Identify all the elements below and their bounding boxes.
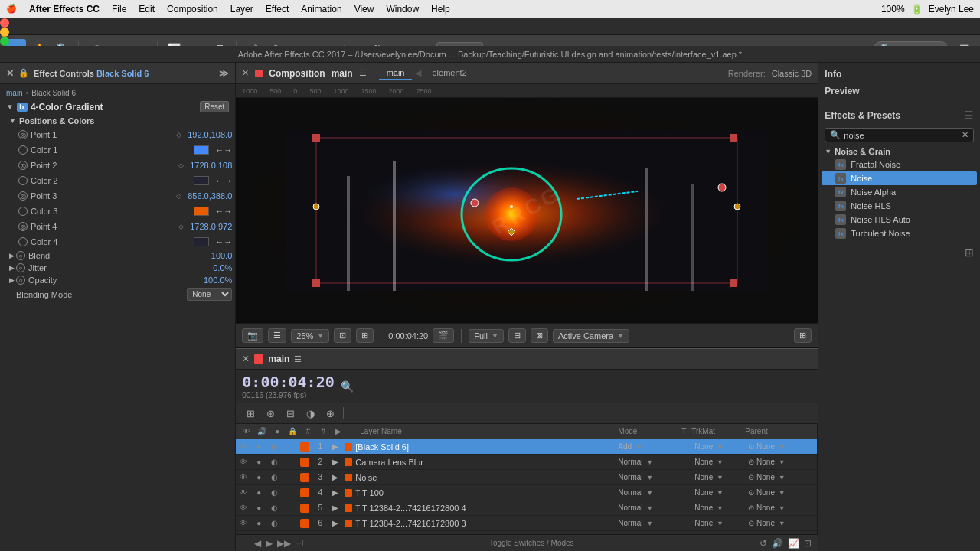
layer-3-parent[interactable]: ⊙ None ▼	[748, 473, 817, 481]
noise-alpha-item[interactable]: fx Noise Alpha	[822, 185, 977, 199]
layer-2-trkmat[interactable]: None ▼	[694, 458, 748, 466]
layer-4-solo[interactable]: ◐	[266, 488, 282, 497]
blending-mode-select[interactable]: None Normal Add	[187, 288, 232, 301]
color-2-arrows[interactable]: ←→	[215, 176, 232, 185]
timeline-menu-button[interactable]: ☰	[294, 354, 302, 364]
layer-row-2[interactable]: 👁 ● ◐ 2 ▶ Camera Lens Blur Normal ▼ None…	[236, 455, 817, 470]
layer-2-solo[interactable]: ◐	[266, 458, 282, 466]
menu-animation[interactable]: Animation	[301, 4, 341, 15]
minimize-window-button[interactable]	[0, 28, 9, 37]
layer-6-trkmat[interactable]: None ▼	[694, 519, 748, 527]
maximize-window-button[interactable]	[0, 37, 9, 46]
turbulent-noise-item[interactable]: fx Turbulent Noise	[822, 227, 977, 240]
composition-menu-button[interactable]: ☰	[359, 68, 367, 78]
layer-5-parent[interactable]: ⊙ None ▼	[748, 504, 817, 512]
zoom-dropdown[interactable]: 25% ▼	[291, 329, 329, 343]
blend-value[interactable]: 100.0	[211, 251, 233, 260]
noise-hls-item[interactable]: fx Noise HLS	[822, 199, 977, 213]
layer-6-mode[interactable]: Normal ▼	[618, 519, 679, 527]
layer-3-trkmat[interactable]: None ▼	[694, 473, 748, 481]
opacity-expand-icon[interactable]: ▶	[9, 276, 15, 284]
layer-1-expand[interactable]: ▶	[328, 442, 343, 451]
close-window-button[interactable]	[0, 18, 9, 28]
layer-4-mode[interactable]: Normal ▼	[618, 488, 679, 497]
point-1-value[interactable]: 192.0,108.0	[188, 130, 232, 139]
color-4-arrows[interactable]: ←→	[215, 237, 232, 246]
tl-nav-end[interactable]: ⊣	[296, 538, 303, 549]
layer-5-mode[interactable]: Normal ▼	[618, 504, 679, 512]
layer-3-eye[interactable]: 👁	[236, 473, 251, 481]
point2-keyframe-icon[interactable]: ◎	[18, 161, 28, 170]
tl-nav-loop[interactable]: ↺	[760, 538, 767, 549]
layer-2-expand[interactable]: ▶	[328, 458, 343, 466]
camera-view-dropdown[interactable]: Active Camera ▼	[553, 329, 629, 343]
menu-help[interactable]: Help	[431, 4, 450, 15]
layer-row-4[interactable]: 👁 ● ◐ 4 ▶ T 100 Normal ▼ None ▼ ⊙ None ▼	[236, 485, 817, 500]
layer-4-parent[interactable]: ⊙ None ▼	[748, 488, 817, 497]
fit-button[interactable]: ⊡	[334, 328, 351, 343]
color-3-swatch[interactable]	[194, 207, 209, 216]
color-3-arrows[interactable]: ←→	[215, 207, 232, 216]
layer-5-solo[interactable]: ◐	[266, 504, 282, 512]
effect-expand-triangle[interactable]: ▼	[6, 103, 14, 111]
layer-1-trkmat[interactable]: None ▼	[694, 442, 748, 451]
toggle-switches-label[interactable]: Toggle Switches / Modes	[308, 539, 755, 547]
layer-2-audio[interactable]: ●	[251, 458, 266, 466]
view-options-button[interactable]: ⊞	[794, 328, 812, 343]
layer-3-audio[interactable]: ●	[251, 473, 266, 481]
keyframe-icon[interactable]: ◎	[18, 130, 28, 139]
composition-viewport[interactable]: Active Camera Adaptive Resolution (1/6)	[236, 98, 818, 323]
opacity-value[interactable]: 100.0%	[204, 276, 232, 285]
layer-row-3[interactable]: 👁 ● ◐ 3 ▶ Noise Normal ▼ None ▼ ⊙ None ▼	[236, 470, 817, 485]
point-3-value[interactable]: 856.0,388.0	[188, 191, 232, 201]
snapshot-button[interactable]: 📷	[242, 328, 263, 343]
tl-tool-motion[interactable]: ⊕	[322, 405, 338, 422]
color-4-swatch[interactable]	[194, 237, 209, 246]
tl-nav-audio[interactable]: 🔊	[772, 538, 783, 549]
menu-file[interactable]: File	[112, 4, 126, 15]
tab-main[interactable]: main	[379, 67, 413, 80]
layer-row-1[interactable]: 👁 ● ◐ 1 ▶ [Black Solid 6] Add ▼ None ▼ ⊙…	[236, 439, 817, 455]
region-button[interactable]: ⊞	[356, 328, 374, 343]
effect-controls-close-button[interactable]: ✕	[6, 68, 14, 79]
color-2-swatch[interactable]	[194, 176, 209, 185]
positions-colors-group-header[interactable]: ▼ Positions & Colors	[6, 115, 235, 127]
jitter-value[interactable]: 0.0%	[213, 263, 232, 272]
point4-keyframe-icon[interactable]: ◎	[18, 222, 28, 231]
tl-tool-render[interactable]: ⊟	[282, 405, 299, 422]
layer-6-expand[interactable]: ▶	[328, 519, 343, 527]
layer-2-eye[interactable]: 👁	[236, 458, 251, 466]
effects-search-input[interactable]	[844, 131, 962, 140]
timeline-close-button[interactable]: ✕	[242, 354, 250, 364]
point-4-value[interactable]: 1728.0,972	[190, 222, 232, 231]
layer-row-5[interactable]: 👁 ● ◐ 5 ▶ T 12384-2...74216172800 4 Norm…	[236, 500, 817, 516]
layer-5-audio[interactable]: ●	[251, 504, 266, 512]
camera-options-button[interactable]: 🎬	[433, 328, 454, 343]
effect-controls-expand-button[interactable]: ≫	[219, 68, 229, 79]
layer-3-mode[interactable]: Normal ▼	[618, 473, 679, 481]
fractal-noise-item[interactable]: fx Fractal Noise	[822, 158, 977, 171]
quality-dropdown[interactable]: Full ▼	[469, 329, 504, 343]
layer-1-eye[interactable]: 👁	[236, 442, 251, 451]
layer-4-audio[interactable]: ●	[251, 488, 266, 497]
timeline-search-button[interactable]: 🔍	[341, 380, 354, 393]
effect-reset-button[interactable]: Reset	[200, 101, 229, 112]
layer-1-mode[interactable]: Add ▼	[618, 442, 679, 451]
effect-controls-lock-icon[interactable]: 🔒	[18, 68, 29, 78]
breadcrumb-main[interactable]: main	[6, 89, 23, 97]
layer-5-expand[interactable]: ▶	[328, 504, 343, 512]
apple-menu[interactable]: 🍎	[6, 4, 17, 14]
menu-effect[interactable]: Effect	[266, 4, 289, 15]
tl-nav-chart[interactable]: 📈	[788, 538, 799, 549]
effects-search-bar[interactable]: 🔍 ✕	[825, 128, 974, 142]
blend-expand-icon[interactable]: ▶	[9, 252, 15, 259]
layer-2-parent[interactable]: ⊙ None ▼	[748, 458, 817, 466]
tl-nav-prev[interactable]: ◀	[254, 538, 261, 549]
effects-presets-menu-button[interactable]: ☰	[964, 109, 974, 122]
layer-6-eye[interactable]: 👁	[236, 519, 251, 527]
effects-search-clear-button[interactable]: ✕	[962, 130, 969, 140]
layer-5-trkmat[interactable]: None ▼	[694, 504, 748, 512]
layer-1-audio[interactable]: ●	[251, 442, 266, 451]
tl-tool-preview[interactable]: ⊛	[262, 405, 279, 422]
point3-keyframe-icon[interactable]: ◎	[18, 191, 28, 201]
